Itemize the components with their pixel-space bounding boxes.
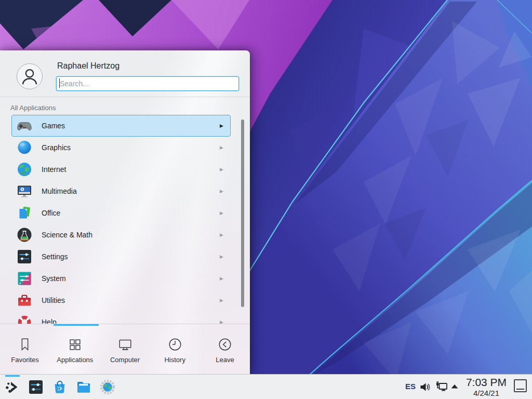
tab-favorites[interactable]: Favorites [0, 326, 50, 374]
digital-clock[interactable]: 7:03 PM 4/24/21 [463, 376, 510, 397]
show-desktop-icon [516, 389, 524, 390]
list-scrollbar[interactable] [241, 119, 244, 307]
sliders-icon [16, 248, 33, 265]
submenu-arrow-icon: ▶ [220, 145, 223, 150]
user-avatar[interactable] [17, 63, 43, 89]
multimedia-monitor-icon [16, 183, 33, 200]
bookmark-icon [17, 337, 33, 352]
submenu-arrow-icon: ▶ [220, 298, 223, 303]
expand-tray-arrow-icon[interactable] [450, 383, 459, 389]
clock-time: 7:03 PM [463, 376, 510, 389]
launcher-tabbar: Favorites Applications Computer [0, 326, 250, 374]
category-office[interactable]: Office ▶ [11, 202, 231, 224]
clock-icon [167, 337, 183, 352]
category-label: Graphics [42, 143, 71, 152]
category-system[interactable]: System ▶ [11, 268, 231, 289]
text-caret [59, 78, 60, 88]
submenu-arrow-icon: ▶ [220, 189, 223, 194]
desktop: Raphael Hertzog All Applications Games ▶ [0, 0, 532, 399]
web-browser-icon[interactable] [99, 379, 116, 395]
tab-label: History [164, 356, 185, 364]
header-separator [0, 97, 250, 97]
submenu-arrow-icon: ▶ [220, 276, 223, 281]
tab-label: Computer [110, 356, 140, 364]
system-sliders-icon [16, 270, 33, 287]
leave-icon [217, 337, 233, 352]
taskbar-panel: ES 7:03 PM 4/24/21 [0, 374, 532, 399]
category-list: Games ▶ Graphics ▶ [0, 115, 250, 324]
submenu-arrow-icon: ▶ [220, 232, 223, 237]
category-multimedia[interactable]: Multimedia ▶ [11, 180, 231, 202]
monitor-icon [117, 337, 133, 352]
category-label: Internet [42, 165, 66, 174]
category-label: Utilities [42, 296, 65, 304]
lifebuoy-icon [16, 314, 33, 324]
tab-history[interactable]: History [150, 326, 200, 374]
network-icon[interactable] [435, 380, 448, 394]
category-science-math[interactable]: Science & Math ▶ [11, 224, 231, 246]
clock-date: 4/24/21 [463, 389, 510, 397]
search-input[interactable] [56, 76, 239, 91]
category-label: Settings [42, 252, 68, 261]
category-utilities[interactable]: Utilities ▶ [11, 289, 231, 311]
grid-icon [67, 337, 83, 352]
application-launcher-menu: Raphael Hertzog All Applications Games ▶ [0, 50, 250, 374]
show-desktop-button[interactable] [514, 379, 527, 392]
volume-icon[interactable] [419, 381, 431, 393]
system-settings-icon[interactable] [28, 379, 44, 395]
tab-label: Applications [57, 356, 93, 364]
category-label: Help [42, 318, 57, 324]
category-label: Multimedia [42, 187, 77, 195]
globe-icon [16, 161, 33, 178]
submenu-arrow-icon: ▶ [220, 254, 223, 259]
category-label: Science & Math [42, 231, 92, 239]
user-avatar-icon [17, 64, 42, 89]
submenu-arrow-icon: ▶ [220, 123, 223, 128]
graphics-sphere-icon [16, 139, 33, 156]
keyboard-layout-indicator[interactable]: ES [405, 382, 416, 391]
category-settings[interactable]: Settings ▶ [11, 246, 231, 268]
flask-icon [16, 227, 33, 243]
tab-applications[interactable]: Applications [50, 326, 100, 374]
tab-label: Favorites [11, 356, 38, 364]
discover-store-icon[interactable] [51, 379, 68, 395]
tab-label: Leave [216, 356, 234, 364]
tab-computer[interactable]: Computer [100, 326, 150, 374]
tab-leave[interactable]: Leave [200, 326, 250, 374]
category-internet[interactable]: Internet ▶ [11, 158, 231, 180]
application-launcher-icon[interactable] [4, 379, 21, 395]
category-label: Games [42, 122, 65, 130]
category-label: System [42, 274, 66, 283]
launcher-header: Raphael Hertzog [0, 50, 250, 97]
toolbox-icon [16, 292, 33, 309]
gamepad-icon [16, 117, 33, 134]
submenu-arrow-icon: ▶ [220, 320, 223, 324]
submenu-arrow-icon: ▶ [220, 210, 223, 216]
submenu-arrow-icon: ▶ [220, 167, 223, 172]
category-label: Office [42, 209, 60, 217]
section-label: All Applications [10, 104, 56, 112]
category-graphics[interactable]: Graphics ▶ [11, 137, 231, 158]
tabbar-separator [0, 324, 250, 324]
user-name: Raphael Hertzog [57, 61, 119, 71]
launcher-active-indicator [5, 375, 20, 377]
category-help[interactable]: Help ▶ [11, 311, 231, 324]
file-manager-icon[interactable] [75, 379, 92, 395]
category-games[interactable]: Games ▶ [11, 115, 231, 137]
documents-icon [16, 205, 33, 221]
